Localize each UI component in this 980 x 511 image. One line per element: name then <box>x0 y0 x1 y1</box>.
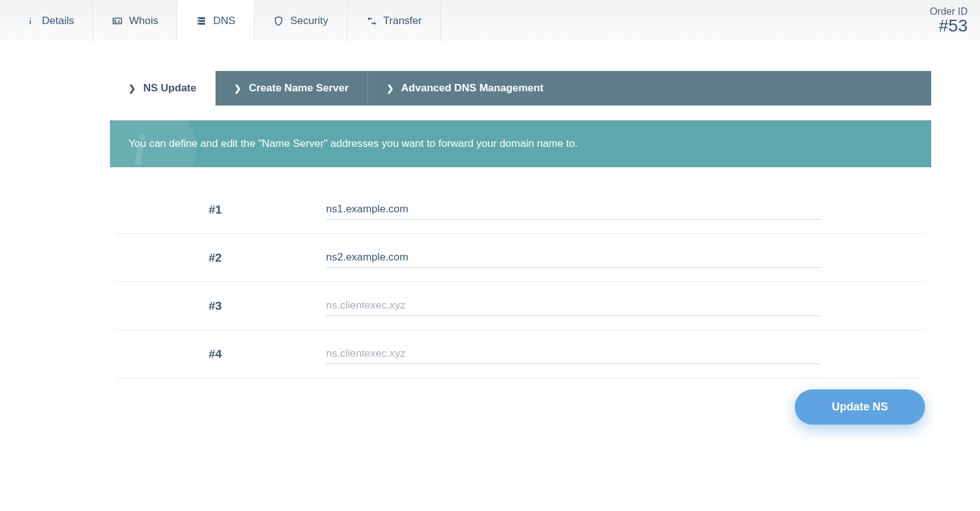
tab-transfer[interactable]: Transfer <box>348 0 442 41</box>
tab-details-label: Details <box>42 15 74 27</box>
sub-tab-bar: ❯ NS Update ❯ Create Name Server ❯ Advan… <box>110 71 931 106</box>
chevron-right-icon: ❯ <box>234 83 241 93</box>
server-icon <box>196 15 207 27</box>
tab-transfer-label: Transfer <box>383 15 422 27</box>
id-card-icon <box>112 15 123 27</box>
ns-input-4[interactable] <box>326 344 820 364</box>
subtab-create-ns-label: Create Name Server <box>249 82 349 94</box>
ns-row-label: #3 <box>116 299 326 313</box>
ns-row: #3 <box>116 282 925 330</box>
info-banner-text: You can define and edit the "Name Server… <box>128 138 913 150</box>
ns-row-label: #1 <box>116 203 326 217</box>
ns-input-2[interactable] <box>326 247 820 268</box>
tab-dns[interactable]: DNS <box>177 0 254 41</box>
shield-icon <box>273 15 284 27</box>
ns-input-3[interactable] <box>326 296 820 316</box>
ns-row-label: #2 <box>116 251 326 265</box>
svg-rect-0 <box>30 17 31 19</box>
chevron-right-icon: ❯ <box>128 83 136 93</box>
top-tab-bar: Details Whois DNS Security Transfer Orde… <box>0 0 980 41</box>
tab-whois[interactable]: Whois <box>93 0 177 41</box>
ns-input-1[interactable] <box>326 199 820 220</box>
subtab-ns-update-label: NS Update <box>143 82 196 94</box>
button-row: Update NS <box>116 378 925 436</box>
info-banner: You can define and edit the "Name Server… <box>110 120 931 167</box>
tab-dns-label: DNS <box>213 15 235 27</box>
update-ns-button[interactable]: Update NS <box>795 389 925 425</box>
chevron-right-icon: ❯ <box>387 83 394 93</box>
tab-security[interactable]: Security <box>254 0 347 41</box>
order-id-block: Order ID #53 <box>930 6 968 35</box>
tab-security-label: Security <box>290 15 328 27</box>
tab-details[interactable]: Details <box>6 0 93 41</box>
tab-whois-label: Whois <box>129 15 158 27</box>
ns-form: #1 #2 #3 #4 Update NS <box>110 186 931 436</box>
svg-rect-1 <box>30 20 31 24</box>
transfer-icon <box>366 15 377 27</box>
main-content: ❯ NS Update ❯ Create Name Server ❯ Advan… <box>98 71 944 436</box>
ns-row: #2 <box>116 234 925 282</box>
subtab-advanced-dns[interactable]: ❯ Advanced DNS Management <box>368 71 563 106</box>
subtab-advanced-dns-label: Advanced DNS Management <box>401 82 544 94</box>
ns-row-label: #4 <box>116 347 326 361</box>
info-icon <box>25 15 36 27</box>
subtab-create-ns[interactable]: ❯ Create Name Server <box>216 71 368 106</box>
subtab-ns-update[interactable]: ❯ NS Update <box>110 71 216 106</box>
ns-row: #4 <box>116 330 925 378</box>
order-id-value: #53 <box>930 17 968 35</box>
ns-row: #1 <box>116 186 925 234</box>
